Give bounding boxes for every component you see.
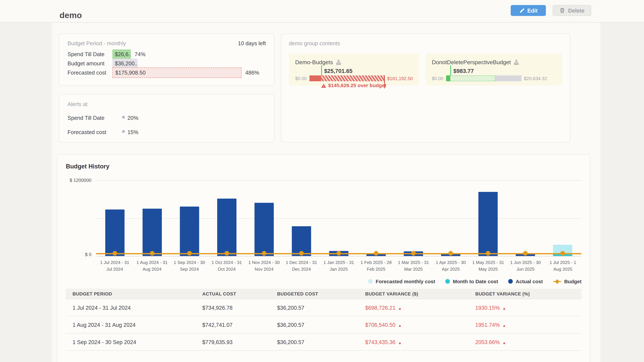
spend-amount-label: $983.77: [453, 68, 474, 74]
table-row-partial: [66, 351, 582, 358]
chart-column: [358, 180, 395, 256]
budget-point: [411, 251, 416, 255]
alert-row: Spend Till Date20%: [68, 113, 266, 122]
legend-label: Forecasted monthly cost: [376, 278, 435, 284]
cell-variance-pct: 2053.66%▲: [468, 333, 582, 351]
y-axis-label-max: $ 1200000: [64, 178, 92, 183]
edit-button-label: Edit: [527, 7, 538, 14]
chart-plot: [96, 180, 582, 256]
budget-bar-track: $25,701.65$145,626.25 over budget: [309, 75, 385, 81]
table-header-cell: BUDGET VARIANCE (%): [468, 289, 582, 299]
history-table-body: 1 Jul 2024 - 31 Jul 2024$734,926.78$36,2…: [66, 299, 582, 358]
up-triangle-icon: ▲: [398, 323, 402, 328]
stat-label: Budget amount: [68, 60, 112, 66]
up-triangle-icon: ▲: [502, 340, 506, 345]
budget-period-card: Budget Period - monthly 10 days left Spe…: [59, 33, 275, 86]
table-header-cell: BUDGET PERIOD: [66, 289, 196, 299]
bar-min-label: $0.00: [432, 76, 444, 81]
header-actions: Edit Delete: [511, 5, 591, 16]
legend-label: Actual cost: [516, 278, 543, 284]
stat-row: Spend Till Date$26,6...74%: [68, 49, 266, 59]
x-axis-label: 1 Oct 2024 - 31 Oct 2024: [208, 259, 246, 273]
forecast-segment: [321, 75, 384, 81]
budget-point: [374, 251, 378, 255]
alert-row: Forecasted cost15%: [68, 127, 266, 137]
group-budget-card: DonotDeletePerspectiveBudget$0.00$983.77…: [426, 54, 562, 85]
spend-amount-label: $25,701.65: [324, 68, 352, 74]
mtd-legend-dot: [445, 279, 450, 284]
budget-bar-area: $0.00$25,701.65$145,626.25 over budget$1…: [295, 75, 412, 81]
budget-point: [448, 251, 453, 255]
stat-label: Forecasted cost: [68, 69, 112, 76]
empty-cell: [468, 351, 582, 358]
x-axis-label: 1 Feb 2025 - 28 Feb 2025: [358, 259, 395, 273]
bell-icon: [121, 115, 126, 120]
stat-label: Spend Till Date: [68, 51, 112, 57]
cell-actual-cost: $742,741.07: [196, 316, 270, 333]
cell-period: 1 Sep 2024 - 30 Sep 2024: [66, 333, 196, 351]
group-budget-card: Demo-Budgets$0.00$25,701.65$145,626.25 o…: [289, 54, 419, 85]
stat-value-chip: $36,200....: [112, 59, 138, 68]
table-header-cell: BUDGETED COST: [270, 289, 358, 299]
budget-name-label: Demo-Budgets: [295, 59, 333, 65]
empty-cell: [66, 351, 196, 358]
actual-bar: [105, 209, 124, 256]
x-axis-label: 1 Dec 2024 - 31 Dec 2024: [283, 259, 320, 273]
x-axis-label: 1 Nov 2024 - 30 Nov 2024: [245, 259, 283, 273]
cell-variance-usd: $706,540.50▲: [358, 316, 468, 333]
budget-point: [560, 251, 565, 255]
x-axis-label: 1 Mar 2025 - 31 Mar 2025: [395, 259, 432, 273]
table-header-cell: ACTUAL COST: [196, 289, 270, 299]
bell-icon: [121, 130, 126, 135]
alert-label: Forecasted cost: [68, 129, 121, 135]
chart-column: [171, 180, 208, 256]
page-header: demo Edit Delete: [0, 0, 644, 23]
table-header-cell: BUDGET VARIANCE ($): [358, 289, 468, 299]
group-budget-name: DonotDeletePerspectiveBudget: [432, 59, 556, 65]
actual-bar: [217, 198, 236, 256]
forecast-segment: [446, 75, 495, 81]
alert-threshold: 15%: [128, 129, 138, 135]
cell-period: 1 Aug 2024 - 31 Aug 2024: [66, 316, 196, 333]
budget-period-rows: Spend Till Date$26,6...74%Budget amount$…: [68, 49, 266, 77]
summary-row: Budget Period - monthly 10 days left Spe…: [59, 33, 570, 142]
forecast-legend-dot: [368, 279, 373, 284]
chart-legend: Forecasted monthly costMonth to Date cos…: [66, 278, 582, 284]
alert-rows: Spend Till Date20%Forecasted cost15%: [68, 113, 266, 137]
actual-bar: [142, 209, 162, 256]
alerts-card: Alerts at Spend Till Date20%Forecasted c…: [59, 94, 275, 143]
chart-xlabels: 1 Jul 2024 - 31 Jul 20241 Aug 2024 - 31 …: [96, 259, 582, 273]
group-contents-card: demo group contents Demo-Budgets$0.00$25…: [281, 33, 570, 142]
left-column: Budget Period - monthly 10 days left Spe…: [59, 33, 275, 142]
cell-budgeted-cost: $36,200.57: [270, 333, 358, 351]
x-axis-label: 1 Jun 2025 - 30 Jun 2025: [507, 259, 544, 273]
cell-budgeted-cost: $36,200.57: [270, 316, 358, 333]
budget-point: [299, 251, 304, 255]
empty-cell: [358, 351, 468, 358]
cell-variance-usd: $743,435.36▲: [358, 333, 468, 351]
legend-label: Month to Date cost: [453, 278, 498, 284]
x-axis-label: 1 Jul 2025 - 1 Aug 2025: [544, 259, 582, 273]
table-row: 1 Aug 2024 - 31 Aug 2024$742,741.07$36,2…: [66, 316, 582, 333]
group-contents-title: demo group contents: [289, 40, 562, 46]
delete-button[interactable]: Delete: [552, 5, 591, 16]
app-root: demo Edit Delete Budget: [0, 0, 644, 362]
cell-actual-cost: $734,926.78: [196, 299, 270, 316]
chart-column: [507, 180, 544, 256]
budget-period-head: Budget Period - monthly 10 days left: [68, 40, 266, 46]
alerts-title: Alerts at: [68, 101, 266, 107]
trash-icon: [559, 7, 565, 13]
up-triangle-icon: ▲: [502, 323, 506, 328]
cell-budgeted-cost: $36,200.57: [270, 299, 358, 316]
legend-item-actual: Actual cost: [508, 278, 543, 284]
legend-item-mtd: Month to Date cost: [445, 278, 498, 284]
warning-icon: [321, 83, 326, 88]
edit-button[interactable]: Edit: [511, 5, 546, 16]
x-axis-label: 1 Sep 2024 - 30 Sep 2024: [171, 259, 208, 273]
chart-column: [432, 180, 470, 256]
budget-bar-track: $983.77: [446, 75, 522, 81]
budget-legend-diamond: [555, 279, 560, 284]
cell-variance-usd: $698,726.21▲: [358, 299, 468, 316]
budget-history-title: Budget History: [66, 163, 582, 170]
spend-segment: [309, 75, 321, 81]
